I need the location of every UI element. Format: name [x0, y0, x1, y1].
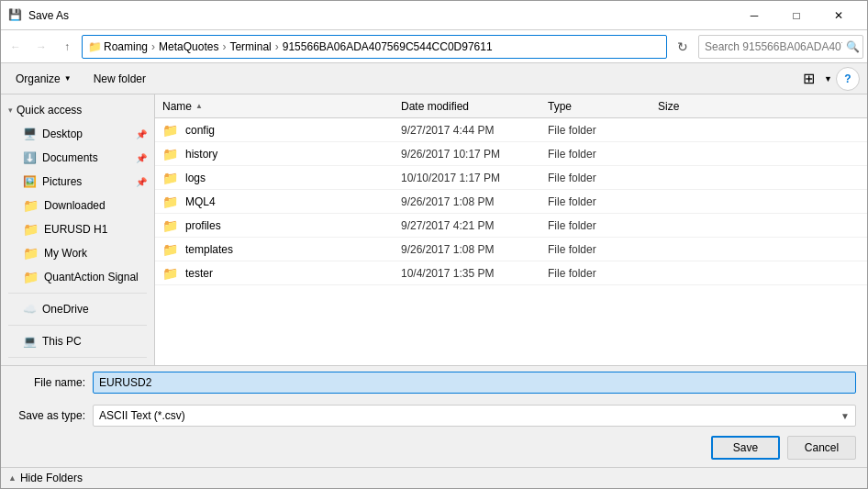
breadcrumb-part-1: Roaming — [104, 40, 148, 53]
column-type-header[interactable]: Type — [548, 100, 658, 113]
file-date: 9/27/2017 4:21 PM — [401, 219, 548, 232]
sidebar-item-downloaded[interactable]: 📁 Downloaded — [1, 194, 154, 217]
cancel-button[interactable]: Cancel — [787, 436, 856, 460]
sidebar-item-quantaction[interactable]: 📁 QuantAction Signal — [1, 265, 154, 289]
folder-icon-quantaction: 📁 — [23, 270, 39, 284]
chevron-down-icon: ▼ — [64, 74, 72, 83]
desktop-icon: 🖥️ — [23, 128, 37, 140]
table-row[interactable]: 📁history 9/26/2017 10:17 PM File folder — [155, 142, 867, 166]
refresh-button[interactable]: ↻ — [671, 35, 695, 59]
column-name-header[interactable]: Name ▲ — [162, 100, 401, 113]
file-type: File folder — [548, 267, 658, 280]
sidebar-item-eurusd[interactable]: 📁 EURUSD H1 — [1, 217, 154, 241]
file-date: 9/26/2017 1:08 PM — [401, 195, 548, 208]
file-name-text: profiles — [185, 219, 221, 232]
file-name-text: logs — [185, 172, 206, 184]
savetype-value: ASCII Text (*.csv) — [99, 409, 185, 422]
sidebar-item-documents[interactable]: ⬇️ Documents 📌 — [1, 146, 154, 170]
bottom-section: File name: Save as type: ASCII Text (*.c… — [1, 365, 867, 488]
search-box: 🔍 — [698, 35, 863, 59]
folder-icon: 📁 — [162, 242, 178, 257]
table-row[interactable]: 📁MQL4 9/26/2017 1:08 PM File folder — [155, 190, 867, 214]
table-row[interactable]: 📁templates 9/26/2017 1:08 PM File folder — [155, 238, 867, 261]
save-button[interactable]: Save — [711, 436, 780, 460]
address-bar: ← → ↑ 📁 Roaming › MetaQuotes › Terminal … — [1, 30, 867, 63]
breadcrumb-part-4: 915566BA06ADA407569C544CC0D97611 — [283, 40, 493, 53]
view-options-button[interactable]: ⊞ — [796, 67, 820, 91]
sidebar-item-pictures[interactable]: 🖼️ Pictures 📌 — [1, 170, 154, 194]
pictures-icon: 🖼️ — [23, 175, 37, 188]
table-row[interactable]: 📁tester 10/4/2017 1:35 PM File folder — [155, 261, 867, 285]
file-date: 9/27/2017 4:44 PM — [401, 124, 548, 137]
up-button[interactable]: ↑ — [56, 36, 78, 58]
help-button[interactable]: ? — [836, 67, 860, 91]
breadcrumb-part-2: MetaQuotes — [159, 40, 218, 53]
file-name-text: history — [185, 148, 217, 161]
organize-button[interactable]: Organize ▼ — [8, 67, 79, 91]
folder-icon: 📁 — [162, 147, 178, 161]
sidebar-item-thispc[interactable]: 💻 This PC — [1, 329, 154, 353]
sidebar-item-desktop[interactable]: 🖥️ Desktop 📌 — [1, 122, 154, 146]
sidebar-divider-1 — [8, 293, 147, 294]
table-row[interactable]: 📁logs 10/10/2017 1:17 PM File folder — [155, 166, 867, 190]
file-list-header: Name ▲ Date modified Type Size — [155, 94, 867, 118]
folder-icon: 📁 — [162, 218, 178, 233]
title-bar: 💾 Save As ─ □ ✕ — [1, 1, 867, 30]
sidebar-item-eurusd-label: EURUSD H1 — [44, 223, 107, 236]
table-row[interactable]: 📁config 9/27/2017 4:44 PM File folder — [155, 118, 867, 142]
file-date: 10/10/2017 1:17 PM — [401, 172, 548, 184]
quick-access-label: Quick access — [17, 104, 82, 117]
sidebar: ▾ Quick access 🖥️ Desktop 📌 ⬇️ Documents… — [1, 94, 155, 365]
filename-label: File name: — [12, 376, 85, 389]
filename-input[interactable] — [93, 372, 856, 394]
file-type: File folder — [548, 172, 658, 184]
breadcrumb: 📁 Roaming › MetaQuotes › Terminal › 9155… — [88, 40, 493, 53]
address-path[interactable]: 📁 Roaming › MetaQuotes › Terminal › 9155… — [82, 35, 667, 59]
file-type: File folder — [548, 148, 658, 161]
dropdown-arrow-icon: ▼ — [840, 411, 850, 421]
close-button[interactable]: ✕ — [818, 1, 860, 30]
back-button[interactable]: ← — [5, 36, 27, 58]
file-name-text: tester — [185, 267, 213, 280]
file-type: File folder — [548, 243, 658, 256]
maximize-button[interactable]: □ — [775, 1, 818, 30]
collapse-arrow-icon: ▲ — [8, 473, 17, 483]
table-row[interactable]: 📁profiles 9/27/2017 4:21 PM File folder — [155, 214, 867, 238]
quick-access-toggle[interactable]: ▾ Quick access — [1, 98, 154, 122]
sidebar-divider-2 — [8, 325, 147, 326]
toolbar-right: ⊞ ▼ ? — [796, 67, 860, 91]
sidebar-item-mywork[interactable]: 📁 My Work — [1, 241, 154, 265]
forward-button[interactable]: → — [30, 36, 52, 58]
pin-icon-docs: 📌 — [136, 153, 147, 163]
search-icon: 🔍 — [846, 40, 860, 53]
savetype-row: Save as type: ASCII Text (*.csv) ▼ — [1, 399, 867, 432]
save-as-dialog: 💾 Save As ─ □ ✕ ← → ↑ 📁 Roaming › MetaQu… — [0, 0, 868, 489]
file-type: File folder — [548, 124, 658, 137]
filename-row: File name: — [1, 366, 867, 399]
thispc-icon: 💻 — [23, 335, 37, 348]
file-type: File folder — [548, 219, 658, 232]
column-size-header[interactable]: Size — [658, 100, 731, 113]
file-date: 9/26/2017 1:08 PM — [401, 243, 548, 256]
folder-icon: 📁 — [162, 194, 178, 209]
hide-folders-bar[interactable]: ▲ Hide Folders — [1, 467, 867, 488]
sidebar-item-quantaction-label: QuantAction Signal — [44, 271, 139, 283]
quick-access-arrow: ▾ — [8, 106, 13, 115]
column-date-header[interactable]: Date modified — [401, 100, 548, 113]
sidebar-item-mywork-label: My Work — [44, 247, 87, 260]
toolbar: Organize ▼ New folder ⊞ ▼ ? — [1, 63, 867, 94]
file-date: 10/4/2017 1:35 PM — [401, 267, 548, 280]
search-input[interactable] — [705, 40, 842, 53]
window-title: Save As — [28, 9, 733, 22]
pin-icon: 📌 — [136, 129, 147, 139]
file-name-text: templates — [185, 243, 233, 256]
sidebar-item-documents-label: Documents — [42, 151, 98, 164]
savetype-dropdown[interactable]: ASCII Text (*.csv) ▼ — [93, 405, 856, 427]
new-folder-button[interactable]: New folder — [86, 67, 153, 91]
sort-arrow-icon: ▲ — [195, 102, 203, 110]
folder-icon: 📁 — [162, 266, 178, 281]
minimize-button[interactable]: ─ — [733, 1, 775, 30]
sidebar-item-desktop-label: Desktop — [42, 128, 83, 140]
sidebar-item-onedrive[interactable]: ☁️ OneDrive — [1, 297, 154, 321]
action-row: Save Cancel — [1, 432, 867, 467]
